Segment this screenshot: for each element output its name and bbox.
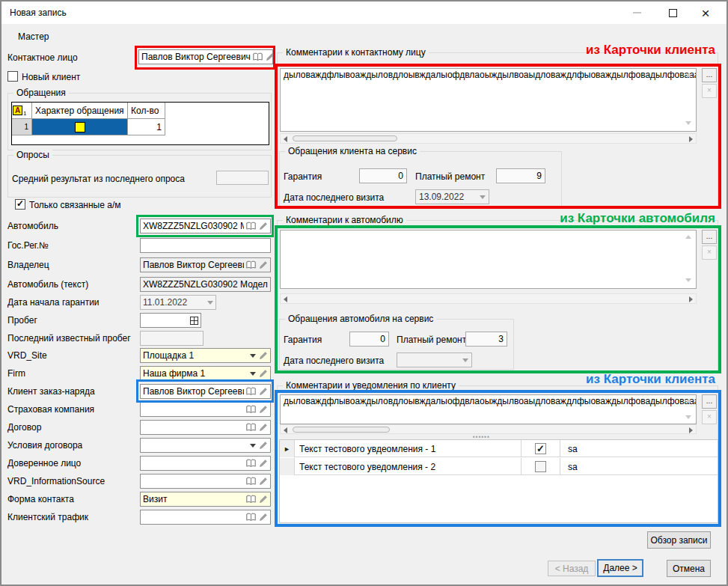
insurance-label: Страховая компания: [7, 404, 94, 415]
pencil-icon[interactable]: [259, 423, 268, 432]
dialog-new-record: Новая запись × Мастер Контактное лицо Па…: [0, 0, 728, 586]
car-warranty-value: 0: [349, 332, 389, 347]
book-icon[interactable]: [246, 387, 256, 396]
car-comments-textarea[interactable]: [280, 230, 697, 289]
sort-a-icon: A: [13, 106, 22, 115]
appeals-character-cell[interactable]: [32, 119, 128, 135]
clear-button: ×: [702, 245, 717, 260]
grid-calc-icon[interactable]: [190, 317, 198, 325]
appeals-col-header-qty[interactable]: Кол-во: [128, 103, 165, 119]
vrd-infosource-field[interactable]: [140, 474, 271, 489]
new-client-checkbox[interactable]: [7, 71, 18, 82]
scroll-up-icon[interactable]: [685, 399, 691, 403]
book-icon[interactable]: [246, 495, 256, 504]
pencil-icon[interactable]: [259, 477, 268, 486]
scroll-down-icon[interactable]: [685, 278, 691, 282]
scroll-left-icon[interactable]: [284, 136, 287, 142]
scroll-up-icon[interactable]: [685, 235, 691, 239]
pencil-icon[interactable]: [259, 351, 268, 360]
scroll-right-icon[interactable]: [689, 296, 693, 302]
pencil-icon[interactable]: [259, 441, 268, 450]
book-icon[interactable]: [246, 222, 256, 231]
avto-field[interactable]: XW8ZZZ5NZLG030902 Модель 1: [140, 219, 271, 234]
ellipsis-button[interactable]: ...: [702, 394, 717, 409]
pencil-icon[interactable]: [259, 495, 268, 504]
probeg-field[interactable]: [140, 313, 201, 328]
ellipsis-button[interactable]: ...: [702, 68, 717, 82]
client-traffic-field[interactable]: [140, 510, 271, 525]
scroll-left-icon[interactable]: [284, 427, 287, 433]
book-icon[interactable]: [246, 423, 256, 432]
vrd-site-field[interactable]: Площадка 1: [140, 348, 271, 363]
note-text[interactable]: Текст тестового уведомления - 2: [295, 458, 521, 475]
contact-form-field[interactable]: Визит: [140, 492, 271, 507]
contact-comments-textarea[interactable]: дыловаждфлывоаждыловдлоывждалыофдвлаоыжд…: [280, 68, 697, 132]
table-row[interactable]: Текст тестового уведомления - 2 sa: [280, 458, 718, 475]
chevron-down-icon[interactable]: [250, 444, 256, 448]
maximize-button[interactable]: [656, 1, 689, 24]
pencil-icon[interactable]: [259, 260, 268, 269]
note-checkbox[interactable]: [535, 443, 546, 454]
contact-comments-hscrollbar[interactable]: [280, 133, 697, 144]
note-checkbox[interactable]: [535, 461, 546, 472]
book-icon[interactable]: [246, 477, 256, 486]
ellipsis-button[interactable]: ...: [702, 230, 717, 244]
insurance-field[interactable]: [140, 402, 271, 417]
pencil-icon[interactable]: [259, 222, 268, 231]
chevron-down-icon[interactable]: [250, 372, 256, 376]
appeals-row-selector[interactable]: 1: [12, 119, 32, 135]
clear-button: ×: [702, 84, 717, 98]
vladelec-field[interactable]: Павлов Виктор Сергеевич: [140, 257, 271, 272]
only-linked-checkbox[interactable]: [15, 199, 25, 210]
book-icon[interactable]: [246, 459, 256, 468]
car-comments-hscrollbar[interactable]: [280, 293, 697, 304]
scrollbar-thumb[interactable]: [293, 135, 397, 141]
pencil-icon[interactable]: [259, 513, 268, 522]
gosreg-field[interactable]: [140, 238, 271, 253]
scroll-left-icon[interactable]: [284, 296, 287, 302]
book-icon[interactable]: [246, 405, 256, 414]
scroll-right-icon[interactable]: [689, 136, 693, 142]
color-swatch-yellow[interactable]: [75, 122, 85, 132]
dogovor-terms-field[interactable]: [140, 438, 271, 453]
scroll-right-icon[interactable]: [689, 427, 693, 433]
scroll-down-icon[interactable]: [685, 121, 691, 125]
scroll-down-icon[interactable]: [685, 415, 691, 419]
chevron-down-icon[interactable]: [250, 354, 256, 358]
book-icon[interactable]: [246, 513, 256, 522]
scroll-up-icon[interactable]: [685, 73, 691, 77]
book-icon[interactable]: [246, 260, 256, 269]
dogovor-field[interactable]: [140, 420, 271, 435]
minimize-button[interactable]: [620, 1, 653, 24]
client-notes-textarea[interactable]: дыловаждфлывоаждыловдлоывждалыофдвлаоыжд…: [280, 394, 697, 424]
note-check-cell[interactable]: [521, 440, 560, 457]
next-button[interactable]: Далее >: [597, 559, 643, 577]
appeals-grid: A 1 Характер обращения Кол-во 1 1: [11, 102, 269, 145]
row-selector[interactable]: [280, 458, 295, 475]
firm-field[interactable]: Наша фирма 1: [140, 366, 271, 381]
appeals-qty-cell[interactable]: 1: [128, 119, 165, 135]
pencil-icon[interactable]: [266, 52, 273, 61]
close-button[interactable]: ×: [689, 1, 722, 24]
table-row[interactable]: Текст тестового увдеомления - 1 sa: [280, 440, 718, 457]
appeals-col-header-character[interactable]: Характер обращения: [32, 103, 128, 119]
pencil-icon[interactable]: [259, 369, 268, 378]
pencil-icon[interactable]: [259, 405, 268, 414]
tab-master[interactable]: Мастер: [18, 31, 49, 42]
row-selector[interactable]: [280, 440, 295, 457]
client-last-visit-label: Дата последнего визита: [284, 192, 384, 203]
contact-person-field[interactable]: Павлов Виктор Сергеевич: [138, 49, 273, 64]
note-user: sa: [560, 458, 718, 475]
client-zn-field[interactable]: Павлов Виктор Сергеевич: [140, 384, 271, 399]
appeals-grid-corner[interactable]: A 1: [12, 103, 32, 119]
review-record-button[interactable]: Обзор записи: [647, 531, 711, 549]
note-check-cell[interactable]: [521, 458, 560, 475]
trustee-field[interactable]: [140, 456, 271, 471]
note-text[interactable]: Текст тестового увдеомления - 1: [295, 440, 521, 457]
pencil-icon[interactable]: [259, 459, 268, 468]
scrollbar-thumb[interactable]: [293, 427, 390, 433]
pencil-icon[interactable]: [259, 387, 268, 396]
book-icon[interactable]: [253, 52, 263, 61]
close-icon: ×: [701, 6, 709, 20]
cancel-button[interactable]: Отмена: [667, 560, 711, 577]
